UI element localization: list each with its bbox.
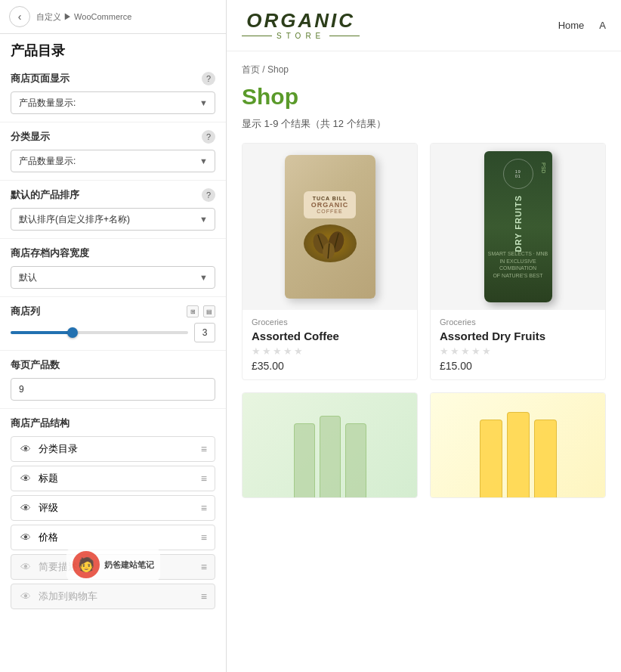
dry-fruits-package: 1901 DRY FRUITS SMART SELECTS · MNBIN EX…	[484, 151, 552, 302]
pkg-badge-text: 1901	[515, 169, 521, 178]
bottle-1	[294, 423, 315, 498]
drag-handle-price[interactable]: ≡	[201, 531, 207, 543]
drag-handle-summary[interactable]: ≡	[201, 561, 207, 573]
section-header: 商店页面显示 ?	[11, 72, 215, 85]
structure-item-category-label: 分类目录	[39, 442, 195, 456]
store-density-select-wrapper: 默认 ▼	[11, 266, 215, 289]
drag-handle-rating[interactable]: ≡	[201, 502, 207, 514]
default-sort-header: 默认的产品排序 ?	[11, 188, 215, 202]
product-info-coffee: Groceries Assorted Coffee ★ ★ ★ ★ ★ £35.…	[243, 310, 417, 379]
category-display-select-wrapper: 产品数量显示: ▼	[11, 150, 215, 172]
category-section-header: 分类显示 ?	[11, 130, 215, 144]
product-name-coffee: Assorted Coffee	[252, 330, 408, 342]
structure-item-title-label: 标题	[39, 472, 195, 485]
star-df-4: ★	[471, 345, 480, 357]
structure-item-category: 👁 分类目录 ≡	[11, 436, 215, 462]
slider-thumb[interactable]	[67, 327, 78, 338]
product-card-juice	[242, 392, 418, 498]
product-price-dry-fruits: £15.00	[440, 360, 596, 372]
slider-view-icons: ⊞ ▤	[187, 305, 215, 317]
product-image-dry-fruits: 1901 DRY FRUITS SMART SELECTS · MNBIN EX…	[431, 144, 605, 310]
product-image-juice	[243, 393, 417, 498]
drag-handle-category[interactable]: ≡	[201, 443, 207, 455]
nav-home[interactable]: Home	[558, 20, 585, 31]
help-icon-shop-display[interactable]: ?	[202, 72, 215, 85]
help-icon-sort[interactable]: ?	[202, 188, 215, 202]
store-columns-label: 商店列	[11, 305, 40, 318]
eye-icon-title[interactable]: 👁	[19, 472, 32, 485]
slider-row: 3	[11, 323, 215, 342]
structure-label: 商店产品结构	[11, 417, 70, 430]
slider-value: 3	[194, 323, 215, 342]
default-sort-section: 默认的产品排序 ? 默认排序(自定义排序+名称) ▼	[0, 181, 226, 239]
category-display-section: 分类显示 ? 产品数量显示: ▼	[0, 122, 226, 181]
product-price-coffee: £35.00	[252, 360, 408, 372]
yellow-bottle-1	[480, 420, 502, 498]
pkg-badge: 1901	[503, 159, 533, 189]
product-category-coffee: Groceries	[252, 317, 408, 327]
drag-handle-cart[interactable]: ≡	[201, 590, 207, 602]
star-df-5: ★	[482, 345, 491, 357]
products-grid: TUCA BILL ORGANIC COFFEE	[242, 143, 606, 498]
product-info-dry-fruits: Groceries Assorted Dry Fruits ★ ★ ★ ★ ★ …	[431, 310, 605, 379]
structure-item-cart-label: 添加到购物车	[39, 590, 195, 603]
logo-lines: STORE	[242, 32, 360, 40]
product-image-yellow-juice	[431, 393, 605, 498]
eye-icon-category[interactable]: 👁	[19, 443, 32, 455]
shop-display-select[interactable]: 产品数量显示:	[11, 91, 215, 114]
panel-title: 产品目录	[0, 34, 226, 64]
watermark-avatar: 🧑	[73, 551, 100, 578]
coffee-pkg-type: COFFEE	[311, 209, 349, 214]
shop-breadcrumb: 首页 / Shop	[242, 63, 606, 76]
coffee-package: TUCA BILL ORGANIC COFFEE	[285, 155, 375, 299]
customizer-panel: ‹ 自定义 ▶ WooCommerce 产品目录 商店页面显示 ? 产品数量显示…	[0, 0, 227, 672]
structure-item-title: 👁 标题 ≡	[11, 466, 215, 491]
store-density-select[interactable]: 默认	[11, 266, 215, 289]
drag-handle-title[interactable]: ≡	[201, 472, 207, 485]
star-1: ★	[252, 345, 261, 357]
structure-section: 商店产品结构 👁 分类目录 ≡ 👁 标题 ≡ 👁 评级 ≡ 👁 价格 ≡ 👁 简…	[0, 409, 226, 621]
eye-icon-rating[interactable]: 👁	[19, 502, 32, 514]
dry-fruits-label: DRY FRUITS	[514, 195, 523, 252]
product-stars-coffee: ★ ★ ★ ★ ★	[252, 345, 408, 357]
bottle-3	[345, 423, 366, 498]
star-5: ★	[294, 345, 303, 357]
back-button[interactable]: ‹	[9, 6, 30, 27]
watermark-text: 奶爸建站笔记	[104, 559, 154, 571]
grid-icon[interactable]: ⊞	[187, 305, 199, 317]
coffee-pkg-brand: ORGANIC	[311, 201, 349, 209]
per-page-header: 每页产品数	[11, 358, 215, 372]
category-display-label: 分类显示	[11, 130, 50, 144]
structure-header: 商店产品结构	[11, 417, 215, 430]
shop-title: Shop	[242, 84, 606, 110]
eye-icon-price[interactable]: 👁	[19, 531, 32, 543]
product-name-dry-fruits: Assorted Dry Fruits	[440, 330, 596, 342]
shop-content: 首页 / Shop Shop 显示 1-9 个结果（共 12 个结果） TUCA…	[227, 51, 621, 510]
panel-breadcrumb: 自定义 ▶ WooCommerce	[36, 11, 131, 23]
structure-item-price-label: 价格	[39, 531, 195, 544]
per-page-input[interactable]	[11, 378, 215, 401]
pkg-side-text: PSD	[541, 163, 546, 173]
logo-brand: ORGANIC	[246, 11, 355, 30]
star-df-2: ★	[450, 345, 459, 357]
shop-display-section: 商店页面显示 ? 产品数量显示: ▼	[0, 64, 226, 122]
list-icon[interactable]: ▤	[203, 305, 215, 317]
product-card-coffee: TUCA BILL ORGANIC COFFEE	[242, 143, 418, 380]
category-display-select[interactable]: 产品数量显示:	[11, 150, 215, 172]
coffee-pkg-label: TUCA BILL ORGANIC COFFEE	[304, 191, 357, 218]
product-card-yellow-juice	[430, 392, 606, 498]
breadcrumb-area: 自定义 ▶ WooCommerce	[36, 11, 131, 23]
store-density-label: 商店存档内容宽度	[11, 246, 89, 260]
structure-item-rating: 👁 评级 ≡	[11, 495, 215, 521]
yellow-bottle-2	[507, 412, 530, 498]
default-sort-select[interactable]: 默认排序(自定义排序+名称)	[11, 208, 215, 231]
watermark: 🧑 奶爸建站笔记	[66, 548, 160, 581]
star-df-3: ★	[461, 345, 470, 357]
shop-display-label: 商店页面显示	[11, 72, 70, 85]
slider-track	[11, 331, 188, 334]
nav-a[interactable]: A	[599, 20, 606, 31]
eye-icon-cart[interactable]: 👁	[19, 590, 32, 602]
nav-links: Home A	[558, 20, 606, 31]
eye-icon-summary[interactable]: 👁	[19, 561, 32, 573]
help-icon-category[interactable]: ?	[202, 130, 215, 144]
